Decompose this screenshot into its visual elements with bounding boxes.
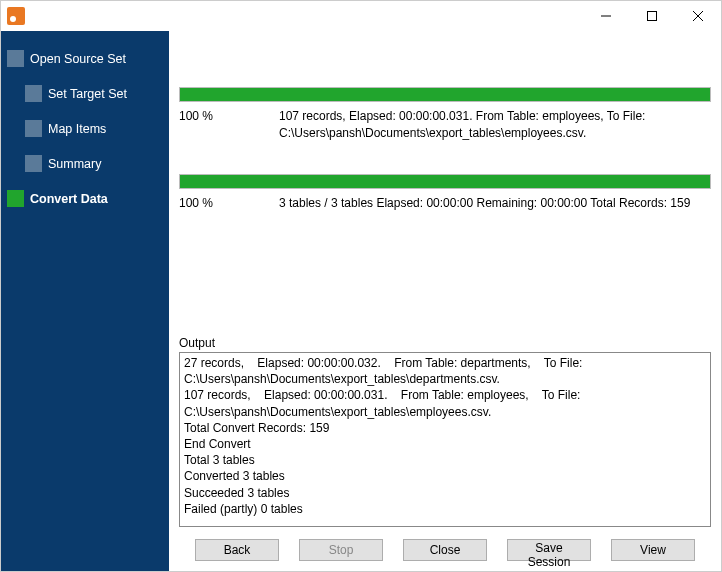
nav-step-icon [25,155,42,172]
nav-map-items[interactable]: Map Items [25,117,163,140]
window-controls [583,1,721,31]
maximize-button[interactable] [629,1,675,31]
button-row: Back Stop Close Save Session View [179,527,711,561]
nav-step-icon [25,85,42,102]
nav-step-icon [7,50,24,67]
progress-area: 100 % 107 records, Elapsed: 00:00:00.031… [179,37,711,243]
nav-label: Convert Data [30,192,108,206]
view-button[interactable]: View [611,539,695,561]
nav-label: Summary [48,157,101,171]
nav-label: Open Source Set [30,52,126,66]
nav-label: Set Target Set [48,87,127,101]
progress-info-current: 100 % 107 records, Elapsed: 00:00:00.031… [179,108,711,142]
back-button[interactable]: Back [195,539,279,561]
close-button[interactable]: Close [403,539,487,561]
close-window-button[interactable] [675,1,721,31]
progress-detail: 3 tables / 3 tables Elapsed: 00:00:00 Re… [279,195,711,212]
nav-convert-data[interactable]: Convert Data [7,187,163,210]
nav-step-icon [7,190,24,207]
progress-bar-current [179,87,711,102]
output-log[interactable]: 27 records, Elapsed: 00:00:00.032. From … [179,352,711,527]
nav-set-target-set[interactable]: Set Target Set [25,82,163,105]
minimize-button[interactable] [583,1,629,31]
progress-detail: 107 records, Elapsed: 00:00:00.031. From… [279,108,711,142]
progress-info-overall: 100 % 3 tables / 3 tables Elapsed: 00:00… [179,195,711,212]
titlebar [1,1,721,31]
save-session-button[interactable]: Save Session [507,539,591,561]
app-icon [7,7,25,25]
nav-label: Map Items [48,122,106,136]
nav-summary[interactable]: Summary [25,152,163,175]
stop-button[interactable]: Stop [299,539,383,561]
output-label: Output [179,336,711,352]
nav-open-source-set[interactable]: Open Source Set [7,47,163,70]
sidebar: Open Source Set Set Target Set Map Items… [1,31,169,571]
nav-step-icon [25,120,42,137]
progress-bar-overall [179,174,711,189]
progress-percent: 100 % [179,195,259,212]
content-area: Open Source Set Set Target Set Map Items… [1,31,721,571]
svg-rect-1 [648,12,657,21]
main-panel: 100 % 107 records, Elapsed: 00:00:00.031… [169,31,721,571]
progress-percent: 100 % [179,108,259,142]
